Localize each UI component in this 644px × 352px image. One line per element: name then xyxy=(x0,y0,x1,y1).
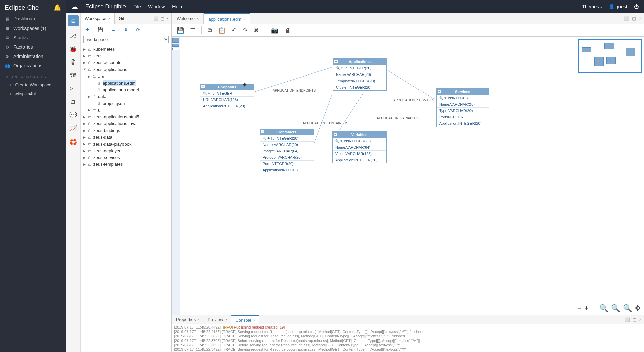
download-icon[interactable]: ⬇ xyxy=(124,27,128,32)
entity-variables[interactable]: −Variables 🔍 ✚Id:INTEGER(20) Name:VARCHA… xyxy=(332,131,387,163)
nav-administration[interactable]: ⚙Administration xyxy=(0,52,66,61)
tree-item[interactable]: ▶🗀zeus-deployer xyxy=(83,148,169,154)
split-icon[interactable]: ⬜ xyxy=(625,317,630,322)
zoom-in-icon[interactable]: + xyxy=(584,304,589,313)
terminal-icon[interactable]: >_ xyxy=(69,85,77,92)
sitemap-icon[interactable]: 🗺 xyxy=(70,72,76,79)
close-icon[interactable]: × xyxy=(243,17,245,21)
nav-label: Create Workspace xyxy=(15,82,51,87)
close-icon[interactable]: × xyxy=(197,17,199,21)
split-icon[interactable]: ⬜ xyxy=(154,16,159,21)
minimap[interactable] xyxy=(578,39,642,73)
screenshot-icon[interactable]: 📷 xyxy=(271,27,279,34)
entity-endpoints[interactable]: −Endpoints✥ 🔍 ✚Id:INTEGER URL:VARCHAR(12… xyxy=(200,84,254,109)
tab-welcome[interactable]: Welcome× xyxy=(172,13,204,24)
save-icon[interactable]: 💾 xyxy=(177,27,184,34)
menu-help[interactable]: Help xyxy=(172,4,182,9)
nav-organizations[interactable]: 👥Organizations xyxy=(0,61,66,70)
tree-item[interactable]: ▼🗀zeus-applications xyxy=(83,66,169,73)
copy-icon[interactable]: ⧉ xyxy=(208,27,212,34)
bell-icon[interactable]: 🔔 xyxy=(54,4,61,11)
themes-dropdown[interactable]: Themes ▾ xyxy=(582,4,602,9)
power-icon[interactable]: ⏻ xyxy=(634,4,639,9)
upload-icon[interactable]: ☁ xyxy=(111,27,116,32)
nav-factories[interactable]: ⚙Factories xyxy=(0,42,66,52)
paste-icon[interactable]: 📋 xyxy=(218,27,226,34)
user[interactable]: 👤 guest xyxy=(609,4,627,9)
close-icon[interactable]: × xyxy=(225,318,227,321)
tree-item[interactable]: ▶🗀zeus-bindings xyxy=(83,127,169,134)
tab-console[interactable]: Console× xyxy=(231,315,259,324)
tree-item[interactable]: ▶🗀zeus-applications-html5 xyxy=(83,114,169,120)
zoom-out-icon[interactable]: − xyxy=(577,304,582,313)
undo-icon[interactable]: ↶ xyxy=(232,27,237,34)
workspace-select[interactable]: workspace xyxy=(83,36,169,43)
tab-properties[interactable]: Properties× xyxy=(172,315,204,324)
tree-item[interactable]: 🗎project.json xyxy=(83,100,169,107)
split-icon[interactable]: ⬜ xyxy=(624,16,629,21)
branch-icon[interactable]: ⎇ xyxy=(69,32,77,40)
palette-item[interactable] xyxy=(172,38,179,43)
close-panel-icon[interactable]: × xyxy=(166,16,169,21)
new-icon[interactable]: ✚ xyxy=(85,27,89,32)
nav-stacks[interactable]: ▤Stacks xyxy=(0,33,66,42)
menu-window[interactable]: Window xyxy=(148,4,165,9)
lifebuoy-icon[interactable]: 🛟 xyxy=(69,138,77,146)
refresh-icon[interactable]: ⟳ xyxy=(136,27,140,32)
tree-item[interactable]: ▶🗀zeus-applications-java xyxy=(83,120,169,127)
tree-item[interactable]: ▶🗀zeus-accounts xyxy=(83,59,169,66)
tree-item[interactable]: ▶🗀zeus-data xyxy=(83,134,169,141)
zoom-reset-icon[interactable]: 🔍 xyxy=(623,304,632,313)
maximize-icon[interactable]: ▢ xyxy=(633,317,636,322)
close-panel-icon[interactable]: × xyxy=(639,317,641,322)
entity-containers[interactable]: −Containers 🔍 ✚Id:INTEGER(20) Name:VARCH… xyxy=(260,129,314,173)
tree-item[interactable]: ▶🗀zeus-data-playbook xyxy=(83,141,169,148)
database-icon[interactable]: 🛢 xyxy=(70,59,76,66)
entity-services[interactable]: −Services 🔍 ✚Id:INTEGER Name:VARCHAR(20)… xyxy=(436,88,489,127)
editor-area: Welcome× applications.edm× ⬜ ▢ × 💾 ☰ ⧉ 📋… xyxy=(172,13,644,352)
tree-item[interactable]: ▶🗀zeus-templates xyxy=(83,161,169,168)
recent-ws[interactable]: ●wksp-m4bl xyxy=(0,89,66,98)
tree-item[interactable]: 🗎applications.model xyxy=(83,87,169,93)
tab-applications-edm[interactable]: applications.edm× xyxy=(204,13,250,24)
print-icon[interactable]: 🖨 xyxy=(285,27,291,34)
redo-icon[interactable]: ↷ xyxy=(243,27,248,34)
tab-workspace[interactable]: Workspace× xyxy=(81,13,115,24)
tab-git[interactable]: Git xyxy=(115,13,129,24)
maximize-icon[interactable]: ▢ xyxy=(161,16,164,21)
tree-item[interactable]: ▶🗀zeus xyxy=(83,53,169,59)
menu-file[interactable]: File xyxy=(133,4,141,9)
close-all-icon[interactable]: × xyxy=(639,16,641,21)
bottom-panel: Properties× Preview× Console× ⬜ ▢ × [201… xyxy=(172,315,644,352)
bug-icon[interactable]: 🐞 xyxy=(69,46,77,53)
graph-canvas[interactable]: APPLICATION_ENDPOINTS APPLICATION_CONTAI… xyxy=(172,37,644,315)
copy-stack-icon[interactable]: ⧉ xyxy=(68,15,79,26)
nav-dashboard[interactable]: ▦Dashboard xyxy=(0,14,66,23)
files-icon[interactable]: 🗎 xyxy=(70,98,76,105)
close-icon[interactable]: × xyxy=(253,318,255,322)
tree-item[interactable]: ▶🗀api xyxy=(83,73,169,80)
close-icon[interactable]: × xyxy=(198,318,200,321)
tree-item[interactable]: ▶🗀kubernetes xyxy=(83,46,169,53)
move-icon[interactable]: ✥ xyxy=(635,304,641,313)
nav-workspaces[interactable]: ⬢Workspaces (1) xyxy=(0,23,66,33)
close-icon[interactable]: × xyxy=(108,17,110,21)
zoom-fit-icon[interactable]: 🔍 xyxy=(599,304,608,313)
zoom-out2-icon[interactable]: 🔍 xyxy=(611,304,620,313)
create-workspace[interactable]: +Create Workspace xyxy=(0,80,66,89)
tab-preview[interactable]: Preview× xyxy=(204,315,231,324)
entity-applications[interactable]: −Applications 🔍 ✚Id:INTEGER(20) Name:VAR… xyxy=(333,58,387,91)
palette-item[interactable] xyxy=(172,48,179,50)
delete-icon[interactable]: ✖ xyxy=(254,27,259,34)
palette-item[interactable] xyxy=(172,44,179,47)
plus-icon: + xyxy=(9,82,12,87)
list-icon[interactable]: ☰ xyxy=(190,27,195,34)
chart-icon[interactable]: 📈 xyxy=(69,125,77,132)
chat-icon[interactable]: 💬 xyxy=(69,111,77,119)
save-icon[interactable]: 💾 xyxy=(97,27,103,32)
maximize-icon[interactable]: ▢ xyxy=(632,16,636,21)
tree-item[interactable]: ▶🗀data xyxy=(83,93,169,100)
tree-item[interactable]: ▶🗀zeus-services xyxy=(83,154,169,161)
tree-item[interactable]: ▶🗀ui xyxy=(83,107,169,114)
tree-item-selected[interactable]: 🗎applications.edm xyxy=(83,80,169,87)
